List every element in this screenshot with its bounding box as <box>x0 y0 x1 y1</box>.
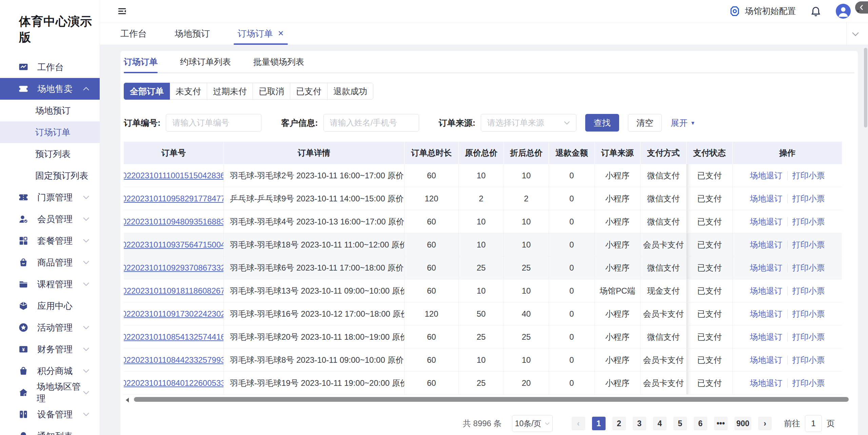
print-receipt-link[interactable]: 打印小票 <box>792 239 825 250</box>
sidebar-item-10[interactable]: 课程管理 <box>0 273 100 295</box>
unbook-venue-link[interactable]: 场地退订 <box>750 193 783 204</box>
prev-page-button[interactable]: ‹ <box>572 417 585 430</box>
page-button-5[interactable]: 5 <box>673 417 687 430</box>
print-receipt-link[interactable]: 打印小票 <box>792 285 825 296</box>
unbook-venue-link[interactable]: 场地退订 <box>750 262 783 273</box>
print-receipt-link[interactable]: 打印小票 <box>792 262 825 273</box>
sidebar-item-15[interactable]: 场地场区管理 <box>0 382 100 403</box>
status-filter-0[interactable]: 全部订单 <box>124 83 170 100</box>
sidebar-item-5[interactable]: 固定预订列表 <box>0 165 100 186</box>
search-button[interactable]: 查找 <box>585 114 619 132</box>
unbook-venue-link[interactable]: 场地退订 <box>750 239 783 250</box>
vertical-scrollbar-thumb[interactable] <box>864 48 867 127</box>
horizontal-scrollbar-thumb[interactable] <box>134 397 849 402</box>
sidebar-item-7[interactable]: 会员管理 <box>0 208 100 230</box>
page-size-select[interactable]: 10条/页 <box>512 415 553 432</box>
print-receipt-link[interactable]: 打印小票 <box>792 170 825 181</box>
status-filter-3[interactable]: 已取消 <box>253 83 290 100</box>
subtab-2[interactable]: 批量锁场列表 <box>253 51 304 73</box>
sidebar-item-12[interactable]: 活动管理 <box>0 317 100 338</box>
tab-2[interactable]: 订场订单✕ <box>234 22 288 45</box>
cell-discounted-price: 25 <box>504 256 549 279</box>
chevron-down-icon <box>83 347 90 351</box>
sidebar-item-16[interactable]: 设备管理 <box>0 403 100 425</box>
cell-original-price: 2 <box>459 187 504 210</box>
order-number-link[interactable]: 02202310110937564715004 <box>124 240 224 250</box>
clear-button[interactable]: 清空 <box>628 114 662 132</box>
print-receipt-link[interactable]: 打印小票 <box>792 355 825 365</box>
sidebar-item-3[interactable]: 订场订单 <box>0 121 100 143</box>
tab-label: 工作台 <box>120 28 147 40</box>
goto-page-input[interactable] <box>805 415 822 432</box>
unbook-venue-link[interactable]: 场地退订 <box>750 285 783 296</box>
customer-info-input[interactable] <box>323 114 419 132</box>
page-button-4[interactable]: 4 <box>653 417 667 430</box>
sidebar-item-17[interactable]: 通知列表 <box>0 425 100 435</box>
page-button-2[interactable]: 2 <box>612 417 626 430</box>
order-number-link[interactable]: 02202310110958291778477 <box>124 194 224 203</box>
page-buttons: 123456•••900 <box>589 417 755 430</box>
cell-pay-status: 已支付 <box>687 279 733 302</box>
sidebar-item-4[interactable]: 预订列表 <box>0 143 100 165</box>
venue-init-config-button[interactable]: 场馆初始配置 <box>729 5 796 17</box>
print-receipt-link[interactable]: 打印小票 <box>792 193 825 204</box>
subtab-0[interactable]: 订场订单 <box>124 51 158 73</box>
page-button-1[interactable]: 1 <box>592 417 606 430</box>
print-receipt-link[interactable]: 打印小票 <box>792 332 825 342</box>
status-filter-4[interactable]: 已支付 <box>290 83 328 100</box>
sidebar-item-1[interactable]: 场地售卖 <box>0 78 100 100</box>
page-button-6[interactable]: 6 <box>694 417 707 430</box>
order-number-link[interactable]: 02202310110918118608267 <box>124 286 224 296</box>
sidebar-item-9[interactable]: 商品管理 <box>0 252 100 273</box>
status-filter-1[interactable]: 未支付 <box>170 83 207 100</box>
expand-filters-link[interactable]: 展开 ▼ <box>671 117 695 128</box>
sidebar-item-0[interactable]: 工作台 <box>0 56 100 78</box>
sidebar-item-2[interactable]: 场地预订 <box>0 100 100 121</box>
cell-order-no: 02202310110958291778477 <box>124 187 224 210</box>
menu-fold-icon[interactable] <box>117 6 127 16</box>
panel-collapse-handle[interactable] <box>855 1 868 14</box>
more-pages-button[interactable]: ••• <box>714 417 728 430</box>
order-no-input[interactable] <box>166 114 261 132</box>
close-tab-icon[interactable]: ✕ <box>278 29 284 38</box>
sidebar-item-11[interactable]: 应用中心 <box>0 295 100 317</box>
next-page-button[interactable]: › <box>758 417 772 430</box>
order-number-link[interactable]: 02202310110929370867332 <box>124 263 224 273</box>
unbook-venue-link[interactable]: 场地退订 <box>750 309 783 319</box>
tab-0[interactable]: 工作台 <box>116 22 151 45</box>
unbook-venue-link[interactable]: 场地退订 <box>750 355 783 365</box>
subtab-1[interactable]: 约球订单列表 <box>180 51 231 73</box>
pagination: 共 8996 条 10条/页 ‹ 123456•••900 › 前往 页 <box>124 415 854 432</box>
sidebar-item-8[interactable]: 套餐管理 <box>0 230 100 252</box>
chevron-down-icon <box>83 325 90 330</box>
sidebar-item-13[interactable]: ¥财务管理 <box>0 338 100 360</box>
user-avatar[interactable] <box>836 4 851 19</box>
unbook-venue-link[interactable]: 场地退订 <box>750 216 783 227</box>
print-receipt-link[interactable]: 打印小票 <box>792 309 825 319</box>
order-number-link[interactable]: 02202310110917302242302 <box>124 309 224 319</box>
status-filter-2[interactable]: 过期未付 <box>207 83 253 100</box>
scroll-left-arrow-icon[interactable] <box>126 398 129 402</box>
print-receipt-link[interactable]: 打印小票 <box>792 216 825 227</box>
order-number-link[interactable]: 02202310110948093516883 <box>124 217 224 226</box>
notification-bell-icon[interactable] <box>810 5 822 17</box>
order-number-link[interactable]: 02202310110854132574416 <box>124 332 224 342</box>
order-number-link[interactable]: 02202310110844233257993 <box>124 355 224 365</box>
page-button-3[interactable]: 3 <box>633 417 646 430</box>
page-button-900[interactable]: 900 <box>734 417 751 430</box>
order-source-select[interactable]: 请选择订单来源 <box>481 114 576 132</box>
unbook-venue-link[interactable]: 场地退订 <box>750 378 783 389</box>
tab-1[interactable]: 场地预订 <box>171 22 214 45</box>
cell-duration: 60 <box>405 164 459 187</box>
order-number-link[interactable]: 02202310110840122600533 <box>124 378 224 388</box>
action-divider <box>787 171 788 180</box>
print-receipt-link[interactable]: 打印小票 <box>792 378 825 389</box>
status-filter-5[interactable]: 退款成功 <box>327 83 373 100</box>
tab-list-chevron-down-icon[interactable] <box>852 32 859 37</box>
sidebar-item-6[interactable]: 门票管理 <box>0 186 100 208</box>
unbook-venue-link[interactable]: 场地退订 <box>750 170 783 181</box>
unbook-venue-link[interactable]: 场地退订 <box>750 332 783 342</box>
cell-discounted-price: 40 <box>504 302 549 325</box>
sidebar-item-14[interactable]: 积分商城 <box>0 360 100 382</box>
order-number-link[interactable]: 02202310111001515042836 <box>124 171 224 180</box>
